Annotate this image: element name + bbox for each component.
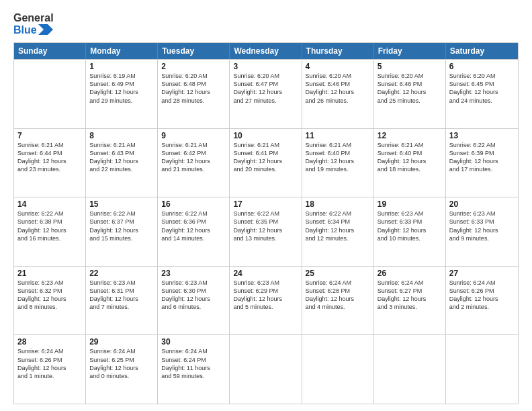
logo-container: General Blue <box>13 12 54 36</box>
calendar-row-4: 28Sunrise: 6:24 AM Sunset: 6:26 PM Dayli… <box>14 334 518 404</box>
weekday-wednesday: Wednesday <box>230 43 302 59</box>
weekday-tuesday: Tuesday <box>158 43 230 59</box>
cal-cell-8: 8Sunrise: 6:21 AM Sunset: 6:43 PM Daylig… <box>86 129 158 197</box>
cell-day-number: 26 <box>378 269 442 278</box>
weekday-saturday: Saturday <box>446 43 518 59</box>
cell-day-number: 8 <box>89 131 154 140</box>
logo-arrow-icon <box>38 24 53 35</box>
cell-day-number: 3 <box>233 62 298 71</box>
cell-day-number: 5 <box>378 62 442 71</box>
cal-cell-13: 13Sunrise: 6:22 AM Sunset: 6:39 PM Dayli… <box>446 129 518 197</box>
cell-day-info: Sunrise: 6:22 AM Sunset: 6:38 PM Dayligh… <box>17 210 82 242</box>
cell-day-info: Sunrise: 6:24 AM Sunset: 6:24 PM Dayligh… <box>161 347 226 380</box>
cell-day-number: 13 <box>449 131 515 140</box>
cal-cell-27: 27Sunrise: 6:24 AM Sunset: 6:26 PM Dayli… <box>446 267 518 335</box>
cell-day-number: 24 <box>233 269 298 278</box>
weekday-monday: Monday <box>86 43 158 59</box>
calendar-row-0: 1Sunrise: 6:19 AM Sunset: 6:49 PM Daylig… <box>14 59 518 128</box>
cell-day-number: 2 <box>161 62 226 71</box>
cal-cell-30: 30Sunrise: 6:24 AM Sunset: 6:24 PM Dayli… <box>158 335 230 404</box>
cell-day-number: 18 <box>306 199 370 209</box>
cal-cell-22: 22Sunrise: 6:23 AM Sunset: 6:31 PM Dayli… <box>86 267 158 335</box>
cell-day-info: Sunrise: 6:21 AM Sunset: 6:44 PM Dayligh… <box>17 141 82 174</box>
cal-cell-16: 16Sunrise: 6:22 AM Sunset: 6:36 PM Dayli… <box>158 197 230 266</box>
cal-cell-14: 14Sunrise: 6:22 AM Sunset: 6:38 PM Dayli… <box>14 197 86 266</box>
cell-day-info: Sunrise: 6:22 AM Sunset: 6:37 PM Dayligh… <box>89 210 154 242</box>
cell-day-info: Sunrise: 6:23 AM Sunset: 6:29 PM Dayligh… <box>233 279 298 312</box>
cal-cell-6: 6Sunrise: 6:20 AM Sunset: 6:45 PM Daylig… <box>446 60 518 128</box>
cell-day-number: 17 <box>233 199 298 209</box>
page: General Blue SundayMondayTuesdayWednesda… <box>0 0 532 411</box>
cell-day-number: 4 <box>306 62 370 71</box>
cell-day-info: Sunrise: 6:22 AM Sunset: 6:39 PM Dayligh… <box>449 141 515 174</box>
cal-cell-5: 5Sunrise: 6:20 AM Sunset: 6:46 PM Daylig… <box>374 60 446 128</box>
cell-day-info: Sunrise: 6:23 AM Sunset: 6:33 PM Dayligh… <box>378 210 442 242</box>
cal-cell-empty-4-3 <box>230 335 302 404</box>
svg-marker-0 <box>38 24 53 35</box>
cell-day-number: 14 <box>17 199 82 209</box>
cell-day-number: 27 <box>449 269 515 278</box>
cell-day-info: Sunrise: 6:22 AM Sunset: 6:35 PM Dayligh… <box>233 210 298 242</box>
cal-cell-25: 25Sunrise: 6:24 AM Sunset: 6:28 PM Dayli… <box>302 267 374 335</box>
cell-day-number: 1 <box>89 62 154 71</box>
cell-day-info: Sunrise: 6:21 AM Sunset: 6:42 PM Dayligh… <box>161 141 226 174</box>
cell-day-number: 9 <box>161 131 226 140</box>
cell-day-info: Sunrise: 6:21 AM Sunset: 6:40 PM Dayligh… <box>378 141 442 174</box>
calendar-row-3: 21Sunrise: 6:23 AM Sunset: 6:32 PM Dayli… <box>14 266 518 335</box>
cal-cell-29: 29Sunrise: 6:24 AM Sunset: 6:25 PM Dayli… <box>86 335 158 404</box>
cal-cell-26: 26Sunrise: 6:24 AM Sunset: 6:27 PM Dayli… <box>374 267 446 335</box>
cell-day-number: 28 <box>17 337 82 347</box>
cell-day-info: Sunrise: 6:21 AM Sunset: 6:43 PM Dayligh… <box>89 141 154 174</box>
cell-day-info: Sunrise: 6:23 AM Sunset: 6:31 PM Dayligh… <box>89 279 154 312</box>
cell-day-number: 29 <box>89 337 154 347</box>
cell-day-info: Sunrise: 6:23 AM Sunset: 6:33 PM Dayligh… <box>449 210 515 242</box>
cell-day-number: 22 <box>89 269 154 278</box>
cell-day-info: Sunrise: 6:20 AM Sunset: 6:46 PM Dayligh… <box>306 72 370 105</box>
cal-cell-28: 28Sunrise: 6:24 AM Sunset: 6:26 PM Dayli… <box>14 335 86 404</box>
cell-day-info: Sunrise: 6:24 AM Sunset: 6:27 PM Dayligh… <box>378 279 442 312</box>
calendar-header: SundayMondayTuesdayWednesdayThursdayFrid… <box>14 43 518 59</box>
cal-cell-10: 10Sunrise: 6:21 AM Sunset: 6:41 PM Dayli… <box>230 129 302 197</box>
cal-cell-21: 21Sunrise: 6:23 AM Sunset: 6:32 PM Dayli… <box>14 267 86 335</box>
cal-cell-4: 4Sunrise: 6:20 AM Sunset: 6:46 PM Daylig… <box>302 60 374 128</box>
cal-cell-18: 18Sunrise: 6:22 AM Sunset: 6:34 PM Dayli… <box>302 197 374 266</box>
cal-cell-empty-4-4 <box>302 335 374 404</box>
cell-day-number: 30 <box>161 337 226 347</box>
cell-day-info: Sunrise: 6:23 AM Sunset: 6:32 PM Dayligh… <box>17 279 82 312</box>
cal-cell-15: 15Sunrise: 6:22 AM Sunset: 6:37 PM Dayli… <box>86 197 158 266</box>
cell-day-number: 10 <box>233 131 298 140</box>
cell-day-info: Sunrise: 6:21 AM Sunset: 6:40 PM Dayligh… <box>306 141 370 174</box>
logo-general: General <box>13 12 54 24</box>
cal-cell-9: 9Sunrise: 6:21 AM Sunset: 6:42 PM Daylig… <box>158 129 230 197</box>
cell-day-number: 11 <box>306 131 370 140</box>
logo-blue: Blue <box>13 24 37 36</box>
cell-day-info: Sunrise: 6:24 AM Sunset: 6:28 PM Dayligh… <box>306 279 370 312</box>
cell-day-info: Sunrise: 6:20 AM Sunset: 6:48 PM Dayligh… <box>161 72 226 105</box>
cell-day-number: 25 <box>306 269 370 278</box>
cal-cell-empty-4-5 <box>374 335 446 404</box>
cell-day-info: Sunrise: 6:20 AM Sunset: 6:46 PM Dayligh… <box>378 72 442 105</box>
logo: General Blue <box>13 12 54 36</box>
calendar: SundayMondayTuesdayWednesdayThursdayFrid… <box>13 42 519 404</box>
cal-cell-23: 23Sunrise: 6:23 AM Sunset: 6:30 PM Dayli… <box>158 267 230 335</box>
cell-day-number: 19 <box>378 199 442 209</box>
cell-day-info: Sunrise: 6:21 AM Sunset: 6:41 PM Dayligh… <box>233 141 298 174</box>
cal-cell-12: 12Sunrise: 6:21 AM Sunset: 6:40 PM Dayli… <box>374 129 446 197</box>
cell-day-number: 15 <box>89 199 154 209</box>
cell-day-info: Sunrise: 6:24 AM Sunset: 6:25 PM Dayligh… <box>89 347 154 380</box>
calendar-body: 1Sunrise: 6:19 AM Sunset: 6:49 PM Daylig… <box>14 59 518 404</box>
cal-cell-3: 3Sunrise: 6:20 AM Sunset: 6:47 PM Daylig… <box>230 60 302 128</box>
cell-day-info: Sunrise: 6:22 AM Sunset: 6:34 PM Dayligh… <box>306 210 370 242</box>
cell-day-number: 21 <box>17 269 82 278</box>
weekday-thursday: Thursday <box>302 43 374 59</box>
cell-day-info: Sunrise: 6:24 AM Sunset: 6:26 PM Dayligh… <box>17 347 82 380</box>
cal-cell-17: 17Sunrise: 6:22 AM Sunset: 6:35 PM Dayli… <box>230 197 302 266</box>
weekday-friday: Friday <box>374 43 446 59</box>
cell-day-number: 16 <box>161 199 226 209</box>
cell-day-info: Sunrise: 6:19 AM Sunset: 6:49 PM Dayligh… <box>89 72 154 105</box>
cell-day-number: 7 <box>17 131 82 140</box>
cal-cell-20: 20Sunrise: 6:23 AM Sunset: 6:33 PM Dayli… <box>446 197 518 266</box>
cal-cell-7: 7Sunrise: 6:21 AM Sunset: 6:44 PM Daylig… <box>14 129 86 197</box>
cal-cell-11: 11Sunrise: 6:21 AM Sunset: 6:40 PM Dayli… <box>302 129 374 197</box>
header: General Blue <box>13 12 519 36</box>
